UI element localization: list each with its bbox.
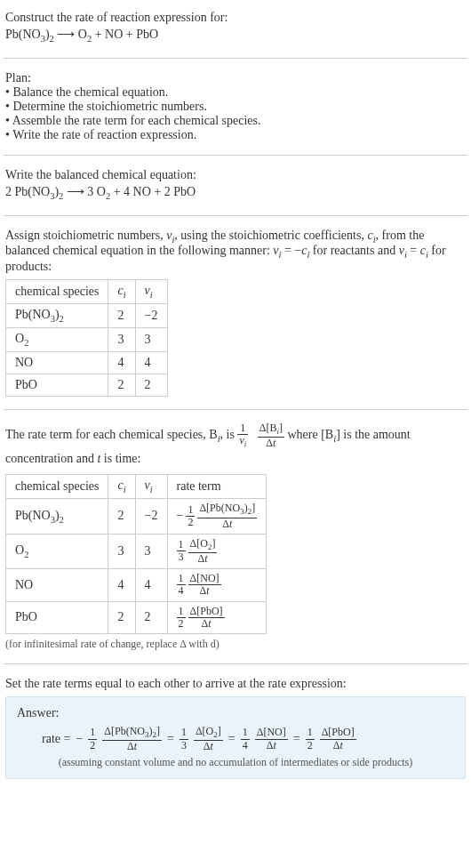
text: Δ <box>222 518 229 530</box>
sub: 2 <box>59 191 63 201</box>
fraction: 13 <box>180 727 188 751</box>
text: Δ[B <box>259 422 277 434</box>
cell-ci: 2 <box>108 374 135 396</box>
sub: 2 <box>24 550 28 559</box>
plan-item: • Determine the stoichiometric numbers. <box>5 100 466 114</box>
sub: i <box>124 485 126 494</box>
col-ci: ci <box>108 475 135 499</box>
final-heading: Set the rate terms equal to each other t… <box>5 677 466 691</box>
var-t: t <box>339 739 342 751</box>
cell-ci: 3 <box>108 327 135 351</box>
cell-rate: 12 Δ[PbO] Δt <box>167 601 267 633</box>
rateterm-paragraph: The rate term for each chemical species,… <box>5 422 466 470</box>
text: ] <box>218 725 221 737</box>
cell-vi: −2 <box>135 303 167 327</box>
text: Pb(NO <box>5 28 41 41</box>
fraction: 12 <box>306 727 315 751</box>
table-row: NO 4 4 <box>6 351 168 374</box>
table-row: Pb(NO3)2 2 −2 − 12 Δ[Pb(NO3)2] Δt <box>6 499 267 534</box>
col-vi: νi <box>135 475 167 499</box>
text: rate = <box>42 732 70 746</box>
fraction: Δ[O2] Δt <box>194 726 223 752</box>
intro-equation: Pb(NO3)2 ⟶ O2 + NO + PbO <box>5 27 466 44</box>
rateterm-table: chemical species ci νi rate term Pb(NO3)… <box>5 474 267 633</box>
text: , is <box>220 428 238 441</box>
numerator: Δ[PbO] <box>320 727 356 739</box>
col-species: chemical species <box>6 475 108 499</box>
fraction: 12 <box>177 606 186 630</box>
answer-label: Answer: <box>17 706 454 720</box>
text: The rate term for each chemical species,… <box>5 428 218 441</box>
minus-sign: − <box>177 509 184 523</box>
sub: i <box>124 290 126 300</box>
cell-vi: 2 <box>135 374 167 396</box>
cell-ci: 2 <box>108 601 135 633</box>
divider <box>4 155 467 156</box>
text: Pb(NO <box>15 509 51 522</box>
table-row: PbO 2 2 12 Δ[PbO] Δt <box>6 601 267 633</box>
text: ] <box>212 537 215 550</box>
denominator: 2 <box>306 740 315 751</box>
bal-lhs: 2 Pb(NO3)2 <box>5 185 63 198</box>
equals-sign: = <box>228 732 236 746</box>
fraction: 12 <box>186 504 195 528</box>
text: Assign stoichiometric numbers, <box>5 229 166 242</box>
denominator: 3 <box>177 551 186 563</box>
text: Δ[Pb(NO <box>104 725 145 737</box>
numerator: 1 <box>180 727 188 739</box>
intro-lhs: Pb(NO3)2 <box>5 28 54 41</box>
denominator: Δt <box>188 553 218 565</box>
cell-vi: −2 <box>135 499 167 534</box>
text: + NO + PbO <box>92 28 158 41</box>
cell-species: PbO <box>6 374 108 396</box>
text: 2 Pb(NO <box>5 185 50 198</box>
plan-item: • Assemble the rate term for each chemic… <box>5 114 466 128</box>
cell-species: NO <box>6 569 108 601</box>
table-row: O2 3 3 <box>6 327 168 351</box>
text: ] <box>251 502 255 514</box>
text: = − <box>281 244 301 257</box>
sub: i <box>150 485 153 494</box>
equals-sign: = <box>167 732 174 746</box>
text: is time: <box>100 452 140 465</box>
text: ] <box>279 422 283 434</box>
rate-expression: rate = − 12 Δ[Pb(NO3)2] Δt = 13 Δ[O2] Δt… <box>17 726 454 752</box>
fraction: 14 <box>241 727 250 751</box>
fraction: Δ[NO] Δt <box>188 573 221 597</box>
cell-ci: 2 <box>108 303 135 327</box>
sub: 2 <box>60 314 64 324</box>
text: = <box>407 244 420 257</box>
text: Pb(NO <box>15 308 51 321</box>
denominator: Δt <box>197 518 257 530</box>
numerator: Δ[Pb(NO3)2] <box>197 502 257 518</box>
denominator: Δt <box>194 741 223 752</box>
sub: i <box>244 439 247 448</box>
denominator: 4 <box>177 585 186 597</box>
cell-rate: 13 Δ[O2] Δt <box>167 534 267 568</box>
final-section: Set the rate terms equal to each other t… <box>4 671 467 784</box>
rateterm-section: The rate term for each chemical species,… <box>4 417 467 656</box>
fraction: 1 νi <box>237 422 248 449</box>
cell-vi: 2 <box>135 601 167 633</box>
text: where [B <box>288 428 334 441</box>
cell-ci: 4 <box>108 351 135 374</box>
cell-ci: 2 <box>108 499 135 534</box>
balanced-heading: Write the balanced chemical equation: <box>5 168 466 182</box>
table-row: PbO 2 2 <box>6 374 168 396</box>
table-row: Pb(NO3)2 2 −2 <box>6 303 168 327</box>
cell-ci: 3 <box>108 534 135 568</box>
cell-vi: 3 <box>135 534 167 568</box>
numerator: 1 <box>306 727 315 739</box>
denominator: 2 <box>177 618 186 630</box>
cell-species: Pb(NO3)2 <box>6 499 108 534</box>
fraction: Δ[Pb(NO3)2] Δt <box>102 726 162 752</box>
cell-ci: 4 <box>108 569 135 601</box>
text: Δ[Pb(NO <box>199 502 240 514</box>
balanced-section: Write the balanced chemical equation: 2 … <box>4 163 467 208</box>
fraction: Δ[PbO] Δt <box>188 606 225 630</box>
numerator: Δ[Pb(NO3)2] <box>102 726 162 741</box>
denominator: Δt <box>258 438 284 449</box>
text: Δ[O <box>196 725 213 737</box>
assign-section: Assign stoichiometric numbers, νi, using… <box>4 223 467 402</box>
assign-paragraph: Assign stoichiometric numbers, νi, using… <box>5 229 466 275</box>
